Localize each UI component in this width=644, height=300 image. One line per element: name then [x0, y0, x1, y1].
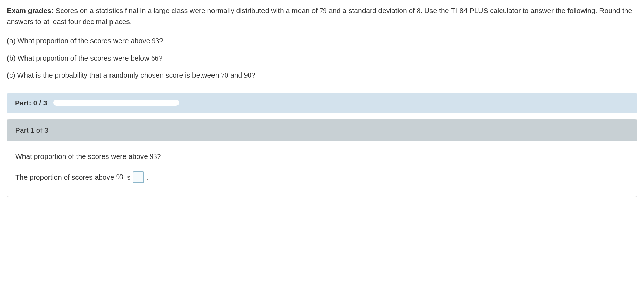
part-1-question-text1: What proportion of the scores were above	[15, 152, 150, 160]
part-1-answer-text2: is	[125, 172, 131, 183]
question-c-text1: What is the probability that a randomly …	[15, 71, 221, 79]
progress-track	[53, 100, 179, 106]
progress-label: Part: 0 / 3	[15, 98, 47, 109]
question-c-val2: 90	[244, 71, 251, 79]
question-c-label: (c)	[7, 71, 15, 79]
part-1-answer-text3: .	[146, 172, 148, 183]
part-1-header: Part 1 of 3	[7, 119, 637, 141]
question-b-val: 66	[151, 54, 158, 62]
question-b-text2: ?	[158, 54, 163, 62]
question-c-text2: ?	[251, 71, 255, 79]
question-b: (b) What proportion of the scores were b…	[7, 53, 637, 64]
question-a-text2: ?	[159, 37, 163, 45]
question-c: (c) What is the probability that a rando…	[7, 70, 637, 81]
part-1-container: Part 1 of 3 What proportion of the score…	[7, 119, 637, 197]
problem-intro-1: Scores on a statistics final in a large …	[54, 6, 320, 14]
question-a-label: (a)	[7, 37, 16, 45]
question-c-val1: 70	[221, 71, 228, 79]
part-1-answer-line: The proportion of scores above 93 is .	[15, 171, 629, 183]
part-1-question-text2: ?	[157, 152, 161, 160]
problem-statement: Exam grades: Scores on a statistics fina…	[7, 5, 637, 27]
part-1-answer-val: 93	[116, 172, 123, 183]
problem-mean: 79	[320, 6, 327, 15]
part-1-question: What proportion of the scores were above…	[15, 151, 629, 162]
question-b-label: (b)	[7, 54, 16, 62]
question-b-text1: What proportion of the scores were below	[16, 54, 151, 62]
answer-input[interactable]	[133, 171, 144, 183]
question-a: (a) What proportion of the scores were a…	[7, 35, 637, 47]
question-c-and: and	[228, 71, 244, 79]
part-1-answer-text1: The proportion of scores above	[15, 172, 114, 183]
part-1-body: What proportion of the scores were above…	[7, 141, 637, 197]
problem-title: Exam grades:	[7, 6, 54, 14]
question-a-text1: What proportion of the scores were above	[16, 37, 152, 45]
part-1-question-val: 93	[150, 152, 157, 161]
problem-sd: 8	[417, 6, 421, 15]
part-1-header-text: Part 1 of 3	[15, 126, 48, 134]
progress-bar: Part: 0 / 3	[7, 93, 637, 113]
question-a-val: 93	[152, 37, 159, 45]
problem-intro-2: and a standard deviation of	[327, 6, 417, 14]
